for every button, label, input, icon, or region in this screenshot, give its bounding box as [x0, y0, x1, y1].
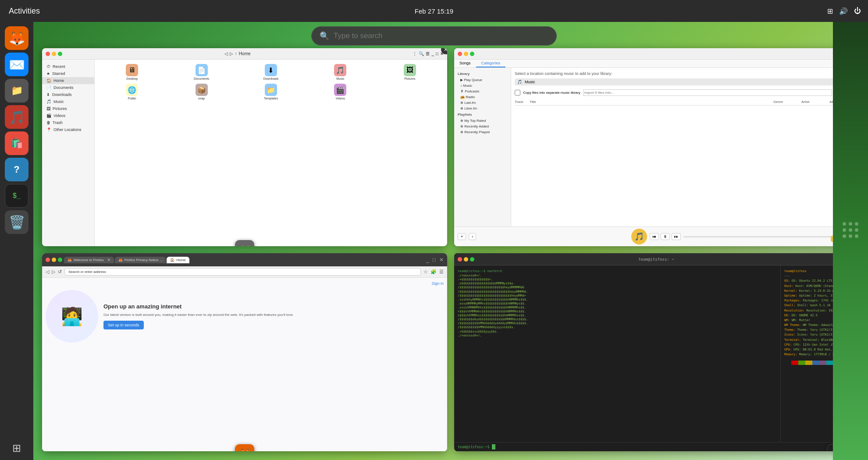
fx-illustration: 🧑‍💻 — [46, 290, 98, 343]
fm-sidebar-trash[interactable]: 🗑 Trash — [42, 119, 94, 126]
fx-cta-button[interactable]: Set up in seconds — [103, 321, 144, 329]
sidebar-item-firefox[interactable]: 🦊 — [5, 26, 28, 50]
list-item[interactable]: 🖥 Desktop — [99, 64, 165, 80]
mp-next-track-btn[interactable]: ⏭ — [672, 233, 681, 240]
mp-music[interactable]: ♪ Music — [454, 83, 511, 88]
fx-refresh-icon[interactable]: ↺ — [58, 269, 62, 275]
fm-menu-icon[interactable]: ⋮ — [413, 51, 417, 56]
sidebar-item-help[interactable]: ? — [5, 158, 28, 181]
tab-categories[interactable]: Categories — [476, 60, 506, 67]
list-item[interactable]: ⬇ Downloads — [238, 64, 304, 80]
mp-min-btn[interactable] — [464, 52, 468, 56]
fm-sidebar-videos[interactable]: 🎬 Videos — [42, 112, 94, 119]
fm-min-btn[interactable] — [52, 52, 56, 56]
fm-maximize-icon[interactable]: □ — [436, 51, 438, 56]
fm-max-btn[interactable] — [58, 52, 62, 56]
firefox-window[interactable]: 🦊 Welcome to Firefox ✕ 🦊 Firefox Privacy… — [42, 253, 447, 451]
fm-sidebar-pictures-label: Pictures — [53, 106, 67, 111]
music-player-window[interactable]: 🔍 _ □ ✕ Songs Categories Library ▶ Play … — [454, 48, 859, 246]
fx-max-dot[interactable] — [58, 258, 62, 262]
sidebar-item-appstore[interactable]: 🛍️ — [5, 131, 28, 155]
list-item[interactable]: 📄 Documents — [168, 64, 234, 80]
mp-lastfm[interactable]: ⊕ Last.fm — [454, 100, 511, 106]
list-item[interactable]: 🖼 Pictures — [377, 64, 443, 80]
mp-podcasts[interactable]: 🎙 Podcasts — [454, 88, 511, 94]
sidebar-item-thunderbird[interactable]: ✉️ — [5, 53, 28, 76]
fx-win-max-icon[interactable]: □ — [433, 257, 436, 263]
tab-close-1[interactable]: ✕ — [107, 258, 110, 262]
power-icon[interactable]: ⏻ — [854, 7, 861, 15]
fx-extensions-icon[interactable]: 🧩 — [430, 269, 437, 275]
sidebar-item-trash[interactable]: 🗑️ — [5, 210, 28, 234]
mp-copy-checkbox[interactable] — [515, 90, 520, 96]
fm-sidebar-home[interactable]: 🏠 Home — [42, 77, 94, 84]
nav-up-icon[interactable]: ↑ — [235, 51, 237, 56]
mp-radio[interactable]: 📻 Radio — [454, 94, 511, 100]
search-input[interactable] — [334, 32, 548, 40]
fx-bookmark-icon[interactable]: ☆ — [423, 269, 428, 275]
fx-win-close-icon[interactable]: ✕ — [439, 257, 444, 263]
mp-play-queue[interactable]: ▶ Play Queue — [454, 77, 511, 83]
sidebar-item-terminal[interactable]: $_ — [5, 184, 28, 208]
mp-prev-btn[interactable]: ⏮ — [650, 233, 659, 240]
mp-col-track: Track — [515, 100, 528, 104]
list-item[interactable]: 🎵 Music — [307, 64, 373, 80]
sidebar-item-files[interactable]: 📁 — [5, 79, 28, 103]
fx-close-dot[interactable] — [46, 258, 50, 262]
mp-add-location-btn[interactable]: + — [458, 233, 466, 240]
fm-minimize-icon[interactable]: _ — [431, 51, 434, 56]
activities-button[interactable]: Activities — [0, 0, 49, 22]
fx-min-dot[interactable] — [52, 258, 56, 262]
mp-max-btn[interactable] — [470, 52, 474, 56]
fx-win-min-icon[interactable]: _ — [426, 257, 429, 263]
term-close-dot[interactable] — [458, 257, 462, 262]
list-item[interactable]: 🌐 Public — [99, 84, 165, 100]
fm-sidebar-music[interactable]: 🎵 Music — [42, 98, 94, 105]
firefox-overlay-icon[interactable]: 🦊 — [235, 444, 254, 451]
fm-view-icon[interactable]: ☰ — [426, 51, 430, 56]
fx-signin-button[interactable]: Sign in — [431, 281, 444, 286]
mp-play-btn[interactable]: ⏸ — [661, 233, 670, 240]
tab-home[interactable]: 🏠 Home — [167, 257, 189, 263]
fm-close-btn[interactable] — [46, 52, 50, 56]
mp-close-btn[interactable] — [458, 52, 462, 56]
mp-recently-played[interactable]: ⊕ Recently Played — [454, 129, 511, 135]
nav-back-icon[interactable]: ◁ — [224, 51, 228, 56]
term-min-dot[interactable] — [464, 257, 468, 262]
downloads-folder-icon: ⬇ — [265, 64, 277, 76]
fm-sidebar-starred[interactable]: ★ Starred — [42, 70, 94, 77]
fx-forward-icon[interactable]: ▷ — [52, 269, 55, 275]
mp-recently-added[interactable]: ⊕ Recently Added — [454, 124, 511, 129]
fx-text: Open up an amazing internet Our latest v… — [98, 303, 444, 329]
mp-librefm[interactable]: ⊕ Libre.fm — [454, 106, 511, 111]
home-icon: 🏠 — [46, 78, 51, 83]
fx-menu-icon[interactable]: ☰ — [439, 269, 444, 275]
fm-sidebar-pictures[interactable]: 🖼 Pictures — [42, 105, 94, 112]
fm-sidebar-other[interactable]: 📍 Other Locations — [42, 126, 94, 133]
mp-top-rated[interactable]: ⊕ My Top Rated — [454, 118, 511, 124]
mp-import-input[interactable] — [583, 89, 832, 96]
fm-sidebar-documents[interactable]: 📄 Documents — [42, 84, 94, 91]
mp-next-btn[interactable]: › — [469, 233, 476, 240]
tab-songs[interactable]: Songs — [454, 60, 476, 67]
fm-search-icon[interactable]: 🔍 — [419, 51, 424, 56]
fx-address-bar[interactable]: Search or enter address — [64, 268, 421, 276]
nav-forward-icon[interactable]: ▷ — [230, 51, 233, 56]
list-item[interactable]: 📦 snap — [168, 84, 234, 100]
fx-back-icon[interactable]: ◁ — [46, 269, 49, 275]
fm-sidebar-downloads[interactable]: ⬇ Downloads — [42, 91, 94, 98]
terminal-window[interactable]: team@itsfoss: ~ _ □ ✕ team@itsfoss:~$ ne… — [454, 253, 859, 451]
fm-sidebar-recent[interactable]: ⏱ Recent — [42, 63, 94, 70]
sidebar-item-rhythmbox[interactable]: 🎵 — [5, 105, 28, 129]
list-item[interactable]: 🎬 Videos — [307, 84, 373, 100]
tab-privacy-notice[interactable]: 🦊 Firefox Privacy Notice ... — [115, 257, 166, 263]
tab-welcome-firefox[interactable]: 🦊 Welcome to Firefox ✕ — [64, 257, 114, 263]
music-location-icon: 🎵 — [517, 80, 522, 84]
app-grid-button[interactable]: ⊞ — [5, 436, 28, 460]
list-item[interactable]: 📁 Templates — [238, 84, 304, 100]
files-overlay-icon[interactable]: 📁 — [235, 240, 254, 246]
file-manager-window[interactable]: ✕ ◁ ▷ ↑ Home ⋮ 🔍 ☰ _ □ — [42, 48, 447, 246]
term-max-dot[interactable] — [470, 257, 474, 262]
volume-icon[interactable]: 🔊 — [839, 7, 848, 15]
network-icon[interactable]: ⊞ — [827, 7, 833, 15]
